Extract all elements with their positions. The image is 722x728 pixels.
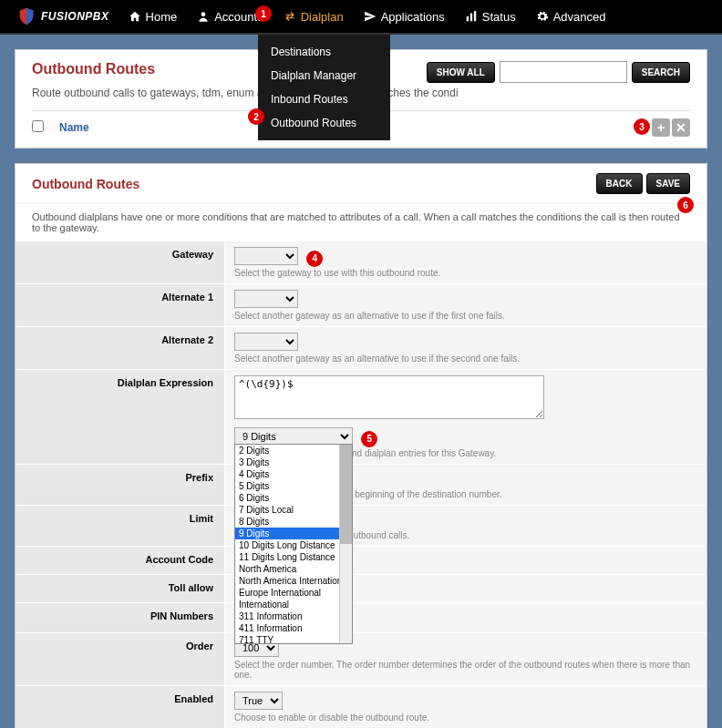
- delete-button[interactable]: ✕: [672, 118, 690, 137]
- nav-home-label: Home: [146, 10, 178, 24]
- expr-option[interactable]: 2 Digits: [235, 445, 352, 456]
- select-all-checkbox[interactable]: [32, 120, 44, 132]
- expr-textarea[interactable]: [234, 375, 544, 419]
- expr-option[interactable]: North America: [235, 563, 352, 575]
- expr-option[interactable]: 9 Digits: [235, 528, 352, 539]
- label-toll: Toll allow: [15, 575, 225, 602]
- search-input[interactable]: [500, 61, 627, 83]
- expr-option[interactable]: Europe International: [235, 587, 352, 599]
- show-all-button[interactable]: SHOW ALL: [427, 62, 495, 83]
- annotation-1: 1: [255, 5, 272, 22]
- gear-icon: [536, 10, 549, 23]
- back-button[interactable]: BACK: [596, 173, 643, 194]
- help-order: Select the order number. The order numbe…: [234, 660, 697, 680]
- home-icon: [129, 10, 141, 23]
- expr-option[interactable]: 11 Digits Long Distance: [235, 551, 352, 563]
- expr-option[interactable]: 411 Information: [235, 622, 352, 634]
- nav-advanced-label: Advanced: [553, 10, 606, 24]
- send-icon: [364, 10, 376, 23]
- label-gateway: Gateway: [15, 241, 225, 283]
- nav-applications[interactable]: Applications: [354, 1, 455, 33]
- help-alt1: Select another gateway as an alternative…: [234, 311, 697, 321]
- help-enabled: Choose to enable or disable the outbound…: [234, 713, 697, 723]
- dialplan-dropdown: Destinations Dialplan Manager Inbound Ro…: [258, 35, 390, 140]
- add-button[interactable]: +: [652, 118, 670, 137]
- expr-option[interactable]: 3 Digits: [235, 456, 352, 468]
- dropdown-dialplan-manager[interactable]: Dialplan Manager: [258, 64, 390, 87]
- shield-icon: [16, 6, 36, 26]
- annotation-5: 5: [361, 431, 377, 447]
- user-icon: [197, 10, 210, 23]
- top-actions: SHOW ALL SEARCH: [427, 61, 690, 83]
- form-title: Outbound Routes: [32, 177, 139, 191]
- nav-status[interactable]: Status: [455, 1, 526, 33]
- annotation-3: 3: [634, 118, 650, 135]
- save-button[interactable]: SAVE: [646, 173, 691, 194]
- app-name: FUSIONPBX: [41, 10, 109, 23]
- expr-preset-select[interactable]: 9 Digits: [234, 427, 353, 446]
- label-prefix: Prefix: [15, 465, 225, 505]
- nav-home[interactable]: Home: [119, 1, 188, 33]
- svg-point-0: [201, 12, 206, 16]
- app-logo: FUSIONPBX: [7, 6, 119, 26]
- expr-option[interactable]: International: [235, 599, 352, 610]
- form-description: Outbound dialplans have one or more cond…: [15, 204, 707, 241]
- label-alt2: Alternate 2: [15, 327, 225, 369]
- svg-rect-3: [474, 11, 476, 21]
- svg-rect-2: [470, 14, 472, 22]
- nav-dialplan-label: Dialplan: [301, 10, 344, 24]
- alt2-select[interactable]: [234, 333, 298, 351]
- annotation-4: 4: [306, 251, 323, 267]
- nav-items: Home Accounts Dialplan Applications Stat…: [119, 1, 616, 33]
- nav-dialplan[interactable]: Dialplan: [273, 1, 354, 33]
- expr-option[interactable]: 711 TTY: [235, 634, 352, 644]
- svg-rect-1: [467, 16, 469, 21]
- search-button[interactable]: SEARCH: [632, 62, 690, 83]
- label-pin: PIN Numbers: [15, 603, 225, 632]
- dropdown-outbound-routes[interactable]: Outbound Routes: [258, 111, 390, 135]
- swap-icon: [284, 10, 296, 23]
- alt1-select[interactable]: [234, 290, 298, 308]
- enabled-select[interactable]: True: [234, 692, 283, 710]
- route-form-panel: Outbound Routes BACK SAVE 6 Outbound dia…: [15, 163, 707, 728]
- expr-option[interactable]: 10 Digits Long Distance: [235, 539, 352, 551]
- help-alt2: Select another gateway as an alternative…: [234, 354, 697, 364]
- nav-advanced[interactable]: Advanced: [526, 1, 616, 33]
- top-navigation: FUSIONPBX Home Accounts Dialplan Applica…: [0, 0, 722, 35]
- expr-option[interactable]: North America International: [235, 575, 352, 587]
- label-account: Account Code: [15, 547, 225, 574]
- dropdown-destinations[interactable]: Destinations: [258, 40, 390, 64]
- expr-option[interactable]: 5 Digits: [235, 480, 352, 492]
- gateway-select[interactable]: [234, 247, 298, 265]
- expr-option[interactable]: 8 Digits: [235, 516, 352, 528]
- label-alt1: Alternate 1: [15, 284, 225, 326]
- annotation-2: 2: [248, 108, 264, 125]
- expr-option[interactable]: 4 Digits: [235, 468, 352, 480]
- label-limit: Limit: [15, 506, 225, 546]
- expr-option[interactable]: 311 Information: [235, 610, 352, 622]
- scrollbar[interactable]: [339, 445, 352, 643]
- nav-status-label: Status: [482, 10, 516, 24]
- expr-option[interactable]: 6 Digits: [235, 492, 352, 504]
- nav-applications-label: Applications: [381, 10, 445, 24]
- help-gateway: Select the gateway to use with this outb…: [234, 268, 697, 278]
- label-enabled: Enabled: [15, 686, 225, 728]
- expr-options-list: 2 Digits3 Digits4 Digits5 Digits6 Digits…: [234, 444, 353, 644]
- bars-icon: [465, 10, 478, 23]
- annotation-6: 6: [677, 197, 694, 213]
- label-order: Order: [15, 633, 225, 685]
- expr-option[interactable]: 7 Digits Local: [235, 504, 352, 516]
- label-expr: Dialplan Expression: [15, 370, 225, 464]
- dropdown-inbound-routes[interactable]: Inbound Routes: [258, 87, 390, 111]
